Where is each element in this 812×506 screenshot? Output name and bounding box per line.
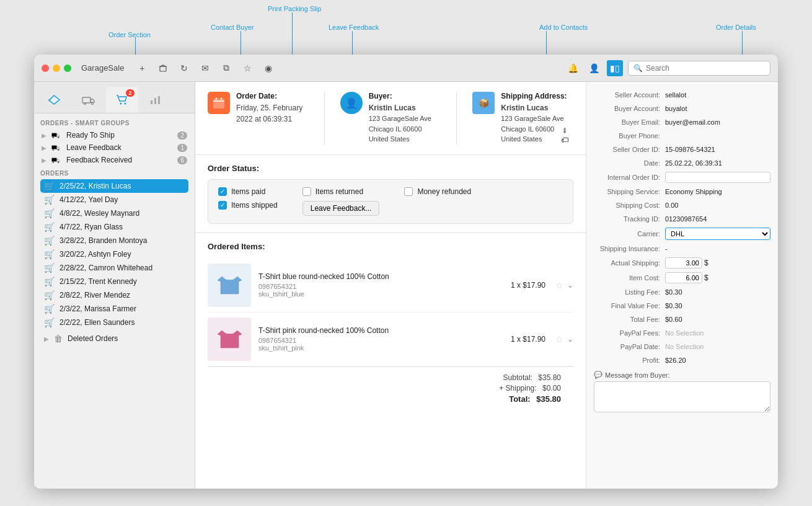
chevron-icon: ▶ (42, 132, 46, 139)
shipping-cost-value: $0.00 (542, 384, 561, 393)
star-button[interactable]: ☆ (239, 60, 255, 76)
cart-icon: 🛒 (44, 249, 55, 259)
message-icon: 💬 (594, 371, 602, 379)
order-item-label: 3/28/22, Branden Montoya (60, 236, 147, 245)
bell-button[interactable]: 🔔 (565, 60, 581, 76)
label-icon[interactable]: 🏷 (561, 136, 568, 144)
final-value-fee-label: Final Value Fee: (594, 302, 665, 309)
buyer-phone-label: Buyer Phone: (594, 132, 665, 140)
status-money-refunded: Money refunded (404, 187, 471, 196)
maximize-button[interactable] (64, 64, 71, 72)
minimize-button[interactable] (53, 64, 60, 72)
annotation-leave-feedback: Leave Feedback (329, 24, 379, 31)
smart-group-feedback-received[interactable]: ▶ Feedback Received 6 (38, 154, 191, 166)
tab-truck[interactable] (73, 87, 105, 113)
order-item-1[interactable]: 🛒 4/12/22, Yael Day (40, 193, 188, 206)
items-shipped-checkbox[interactable]: ✓ (218, 201, 227, 210)
order-item-label: 2/8/22, River Mendez (60, 291, 130, 300)
profit-label: Profit: (594, 357, 665, 364)
search-bar[interactable]: 🔍 (628, 61, 770, 76)
shipping-service-label: Shipping Service: (594, 188, 665, 195)
download-icon-area: ⬇ 🏷 (561, 126, 568, 144)
order-item-label: 2/3/22, Marissa Farmer (60, 304, 136, 313)
order-item-2[interactable]: 🛒 4/8/22, Wesley Maynard (40, 206, 188, 220)
order-item-label: 4/12/22, Yael Day (60, 195, 118, 204)
close-button[interactable] (42, 64, 49, 72)
items-paid-label: Items paid (231, 187, 265, 196)
expand-icon-1[interactable]: ⌄ (567, 335, 573, 344)
delete-button[interactable] (155, 60, 171, 76)
order-date-label: Order Date: (236, 92, 302, 100)
total-fee-row: Total Fee: $0.60 (586, 313, 778, 326)
smart-group-label: Leave Feedback (66, 143, 174, 152)
items-paid-checkbox[interactable]: ✓ (218, 187, 227, 196)
buyer-account-row: Buyer Account: buyalot (586, 102, 778, 115)
item-info-0: T-Shirt blue round-necked 100% Cotton 09… (258, 272, 503, 298)
smart-group-leave-feedback[interactable]: ▶ Leave Feedback 1 (38, 141, 191, 154)
order-item-9[interactable]: 🛒 2/3/22, Marissa Farmer (40, 302, 188, 316)
orders-label: ORDERS (40, 170, 188, 177)
svg-rect-19 (216, 97, 217, 100)
total-value: $35.80 (536, 394, 561, 404)
email-button[interactable]: ✉ (197, 60, 213, 76)
star-icon-1[interactable]: ☆ (555, 334, 563, 344)
smart-groups-section: ORDERS - SMART GROUPS (34, 113, 195, 129)
window-button[interactable]: ⧉ (218, 60, 234, 76)
order-item-7[interactable]: 🛒 2/15/22, Trent Kennedy (40, 275, 188, 288)
subtotal-value: $35.80 (538, 373, 561, 382)
seller-order-id-value: 15-09876-54321 (665, 146, 770, 153)
download-icon[interactable]: ⬇ (562, 126, 568, 135)
smart-group-ready-to-ship[interactable]: ▶ Ready To Ship 2 (38, 129, 191, 141)
money-refunded-checkbox[interactable] (404, 187, 413, 196)
expand-icon-0[interactable]: ⌄ (567, 281, 573, 290)
order-item-4[interactable]: 🛒 3/28/22, Branden Montoya (40, 234, 188, 247)
svg-rect-12 (51, 146, 56, 149)
tab-cart[interactable]: 2 (106, 87, 138, 113)
buyer-icon: 👤 (340, 92, 363, 114)
actual-shipping-row: Actual Shipping: $ (586, 255, 778, 270)
carrier-row: Carrier: DHL UPS FedEx USPS (586, 226, 778, 242)
smart-group-count: 6 (177, 156, 187, 164)
refresh-button[interactable]: ↻ (176, 60, 192, 76)
item-sku1-0: 0987654321 (258, 283, 503, 290)
message-textarea[interactable] (594, 381, 770, 412)
actual-shipping-input[interactable] (665, 257, 702, 269)
smart-group-label: Feedback Received (66, 156, 174, 164)
carrier-select[interactable]: DHL UPS FedEx USPS (665, 228, 770, 240)
sidebar-toggle[interactable]: ▮▯ (607, 60, 623, 76)
order-item-label: 2/2/22, Ellen Saunders (60, 318, 135, 327)
tab-chart[interactable] (139, 87, 172, 113)
order-item-8[interactable]: 🛒 2/8/22, River Mendez (40, 288, 188, 302)
order-item-0[interactable]: 🛒 2/25/22, Kristin Lucas (40, 179, 188, 193)
paypal-fees-label: PayPal Fees: (594, 329, 665, 337)
smart-group-label: Ready To Ship (66, 131, 174, 140)
order-item-10[interactable]: 🛒 2/2/22, Ellen Saunders (40, 316, 188, 329)
order-item-label: 2/28/22, Camron Whitehead (60, 264, 152, 272)
order-item-3[interactable]: 🛒 4/7/22, Ryan Glass (40, 220, 188, 234)
order-header: Order Date: Friday, 25. February 2022 at… (195, 82, 586, 155)
order-shipping-address: 123 GarageSale Ave Chicago IL 60600 Unit… (501, 113, 567, 144)
tab-tags[interactable] (39, 87, 71, 113)
star-icon-0[interactable]: ☆ (555, 280, 563, 290)
final-value-fee-row: Final Value Fee: $0.30 (586, 299, 778, 313)
date-label: Date: (594, 159, 665, 167)
seller-account-value: sellalot (665, 91, 770, 99)
shipping-insurance-value: - (665, 245, 770, 252)
cart-icon: 🛒 (44, 317, 55, 327)
circle-button[interactable]: ◉ (260, 60, 276, 76)
items-returned-checkbox[interactable] (302, 187, 311, 196)
person-button[interactable]: 👤 (586, 60, 602, 76)
app-window: GarageSale + ↻ ✉ ⧉ ☆ ◉ 🔔 👤 ▮▯ 🔍 (34, 55, 778, 489)
leave-feedback-button[interactable]: Leave Feedback... (302, 201, 380, 216)
add-button[interactable]: + (134, 60, 150, 76)
order-item-6[interactable]: 🛒 2/28/22, Camron Whitehead (40, 261, 188, 275)
order-item-5[interactable]: 🛒 3/20/22, Ashtyn Foley (40, 247, 188, 261)
internal-order-id-input[interactable] (665, 172, 770, 183)
svg-point-14 (58, 149, 59, 151)
search-input[interactable] (646, 64, 765, 73)
item-cost-label: Item Cost: (594, 274, 665, 282)
deleted-orders[interactable]: ▶ 🗑 Deleted Orders (40, 332, 188, 345)
group-icon (51, 132, 63, 138)
app-title: GarageSale (81, 63, 124, 73)
item-cost-input[interactable] (665, 272, 702, 283)
